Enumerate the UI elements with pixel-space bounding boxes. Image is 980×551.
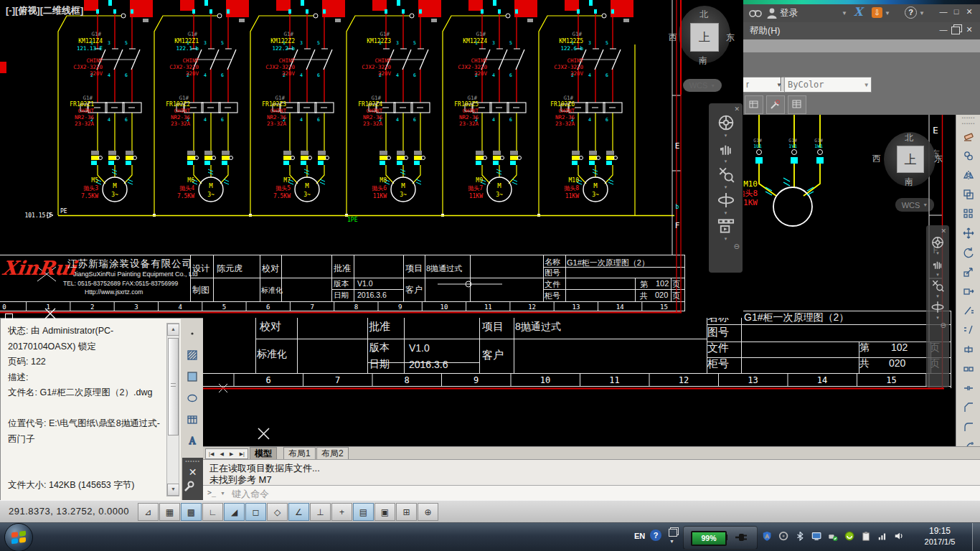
stretch-button[interactable] [959,282,978,301]
volume-icon[interactable] [894,531,905,542]
wheel-icon[interactable] [717,113,735,132]
viewcube1-wcs-dropdown[interactable]: WCS▼ [683,79,722,92]
dim-style-button[interactable] [745,95,763,114]
command-input-row[interactable]: >_ ▼ 键入命令 [203,485,980,501]
wheel-icon[interactable] [930,235,945,250]
object-snap-tracking-toggle[interactable]: ∠ [288,503,309,521]
a360-icon[interactable]: ⇩ [872,7,882,18]
doc-minimize-button[interactable]: — [938,25,949,34]
lineweight-toggle[interactable]: ▤ [353,503,374,521]
viewcube2-top-face[interactable]: 上 [897,146,924,173]
chevron-down-icon[interactable]: ▾ [936,316,939,320]
bluetooth-icon[interactable] [795,531,806,542]
wireless-icon[interactable] [778,531,790,542]
copy-button[interactable] [959,146,978,165]
doc-close-button[interactable]: ✕ [963,25,975,34]
navigation-bar-2[interactable]: ✕ ▾▾▾▾⊖ [926,225,949,387]
viewcube1-east[interactable]: 东 [726,32,735,44]
infer-constraints-toggle[interactable]: ⊿ [138,503,159,521]
tab-layout2[interactable]: 布局2 [316,447,349,460]
chevron-down-icon[interactable]: ▾ [936,273,939,277]
menu-help[interactable]: 帮助(H) [750,25,780,37]
scale-button[interactable] [959,263,978,281]
chevron-down-icon[interactable]: ▾ [725,211,727,215]
ime-help-icon[interactable]: ? [650,529,661,541]
signin-dropdown-icon[interactable]: ▼ [842,10,847,17]
dynamic-input-toggle[interactable]: + [331,503,352,521]
chevron-down-icon[interactable]: ▾ [936,251,939,255]
region-button[interactable] [183,389,202,408]
offset-button[interactable] [959,185,978,204]
sign-in-link[interactable]: 登录 [780,7,798,19]
point-button[interactable] [183,324,202,343]
table-button[interactable] [183,410,202,429]
scroll-up-button[interactable]: ▲ [167,324,179,336]
pan-icon[interactable] [717,139,735,158]
extend-button[interactable] [959,321,978,339]
scroll-down-button[interactable]: ▼ [167,484,179,496]
fillet-button[interactable] [959,418,978,436]
chevron-down-icon[interactable]: ▾ [725,237,727,241]
exchange-apps-icon[interactable]: X [854,5,862,19]
chevron-down-icon[interactable]: ▾ [936,294,939,298]
navigation-bar-1[interactable]: ✕ ▾▾▾▾▾⊖ [709,103,743,273]
bylayer-dropdown[interactable]: r ▼ [743,77,786,93]
orbit-icon[interactable] [930,300,945,314]
table-style-button[interactable] [788,95,806,114]
tab-nav-buttons[interactable]: |◀◀▶▶| [205,448,248,459]
motion-icon[interactable] [717,217,735,235]
move-button[interactable] [959,224,978,242]
zoom-icon[interactable] [930,278,945,293]
close-icon[interactable]: ✕ [941,228,946,234]
3d-object-snap-toggle[interactable]: ◇ [267,503,288,521]
chevron-down-icon[interactable]: ▾ [725,159,727,164]
battery-group[interactable]: 99% [683,526,758,550]
coordinates-display[interactable]: 291.8373, 13.2752, 0.0000 [9,506,129,517]
break-at-point-button[interactable] [959,340,978,359]
trim-button[interactable] [959,301,978,320]
first-tab-icon[interactable]: |◀ [209,451,214,457]
wrench-icon[interactable] [182,480,203,493]
transparency-toggle[interactable]: ▣ [374,503,395,521]
grid-display-toggle[interactable]: ▩ [181,503,202,521]
viewcube2-west[interactable]: 西 [872,153,881,165]
polar-tracking-toggle[interactable]: ◢ [224,503,245,521]
ortho-mode-toggle[interactable]: ∟ [202,503,223,521]
viewcube2-east[interactable]: 东 [934,153,943,165]
display-icon[interactable] [811,531,823,542]
orbit-icon[interactable] [717,191,735,209]
viewcube2-north[interactable]: 北 [905,132,913,144]
tab-layout1[interactable]: 布局1 [283,447,316,460]
grip-dots[interactable]: •••••• [182,458,203,464]
chevron-down-icon[interactable]: ▼ [220,491,225,496]
network-signal-icon[interactable] [877,531,889,542]
chevron-down-icon[interactable]: ▾ [725,185,727,189]
rotate-button[interactable] [959,243,978,262]
scroll-thumb[interactable] [168,338,179,435]
command-input[interactable]: 键入命令 [232,488,269,501]
app-close-button[interactable]: ✕ [963,7,975,17]
360-safety-icon[interactable] [844,531,856,542]
viewcube1-west[interactable]: 西 [669,32,677,44]
hatch-button[interactable] [183,346,202,364]
usb-safely-remove-icon[interactable] [828,531,839,542]
ime-options-icon[interactable]: ▼ [669,539,674,544]
toolbar-grip[interactable]: •••••••••••• [956,115,980,126]
viewport-controls[interactable]: [-][俯视][二维线框] [6,4,83,17]
tab-model[interactable]: 模型 [250,447,277,460]
close-icon[interactable]: ✕ [182,464,203,480]
snap-mode-toggle[interactable]: ▦ [159,503,180,521]
close-icon[interactable]: ✕ [734,106,740,112]
viewcube1-top-face[interactable]: 上 [690,23,719,52]
drawing-canvas-secondary[interactable]: 122344566M3~G1#KM121Z4121.13-ECHINTCJX2-… [0,0,743,318]
viewcube1-north[interactable]: 北 [699,9,708,21]
doc-restore-button[interactable] [951,27,960,34]
selection-cycling-toggle[interactable]: ⊕ [418,503,438,521]
mirror-button[interactable] [959,166,978,184]
bycolor-dropdown[interactable]: ByColor ▼ [784,77,872,93]
security-shield-icon[interactable]: A [762,531,773,542]
start-button[interactable] [4,523,33,551]
search-icon[interactable] [748,8,763,19]
pan-icon[interactable] [930,257,945,271]
zoom-icon[interactable] [717,165,735,184]
